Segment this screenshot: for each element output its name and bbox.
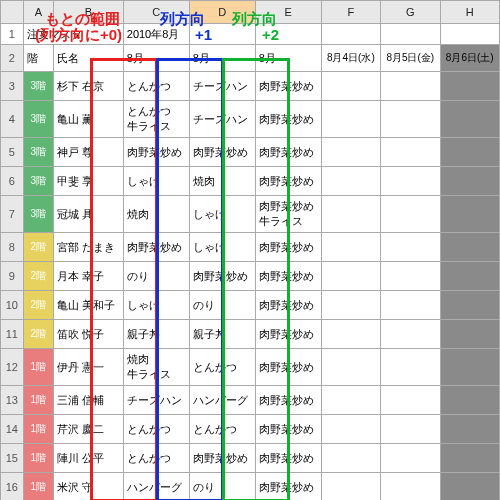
cell-food[interactable]: チーズハン [189, 72, 255, 101]
cell-dark[interactable] [440, 386, 500, 415]
cell[interactable] [321, 291, 380, 320]
row-header[interactable]: 1 [1, 24, 24, 45]
cell-dark[interactable] [440, 24, 500, 45]
cell-dark[interactable] [440, 320, 500, 349]
cell[interactable] [255, 24, 321, 45]
cell-food[interactable]: 肉野菜炒め [255, 167, 321, 196]
col-D[interactable]: D [189, 1, 255, 24]
cell-food[interactable]: チーズハン [123, 386, 189, 415]
row-header[interactable]: 6 [1, 167, 24, 196]
floor-badge[interactable]: 1階 [23, 444, 54, 473]
cell[interactable] [189, 24, 255, 45]
row-header[interactable]: 14 [1, 415, 24, 444]
cell[interactable] [381, 320, 440, 349]
row-header[interactable]: 10 [1, 291, 24, 320]
cell-food[interactable]: のり [189, 473, 255, 501]
col-F[interactable]: F [321, 1, 380, 24]
floor-badge[interactable]: 1階 [23, 415, 54, 444]
cell-food[interactable]: 肉野菜炒め [123, 138, 189, 167]
cell[interactable] [321, 386, 380, 415]
cell[interactable] [381, 473, 440, 501]
row-header[interactable]: 8 [1, 233, 24, 262]
cell-date[interactable]: 8月6日(土) [440, 45, 500, 72]
cell-food[interactable]: 焼肉 [123, 196, 189, 233]
floor-badge[interactable]: 2階 [23, 320, 54, 349]
cell-food[interactable]: しゃけ [189, 196, 255, 233]
corner-cell[interactable] [1, 1, 24, 24]
cell-food[interactable]: 肉野菜炒め [189, 444, 255, 473]
table-row[interactable]: 92階月本 幸子のり肉野菜炒め肉野菜炒め [1, 262, 500, 291]
table-row[interactable]: 131階三浦 信輔チーズハンハンバーグ肉野菜炒め [1, 386, 500, 415]
table-row[interactable]: 141階芹沢 慶二とんかつとんかつ肉野菜炒め [1, 415, 500, 444]
cell-food[interactable]: ハンバーグ [123, 473, 189, 501]
cell-food[interactable]: 肉野菜炒め [189, 138, 255, 167]
cell[interactable] [381, 138, 440, 167]
cell[interactable] [381, 233, 440, 262]
col-G[interactable]: G [381, 1, 440, 24]
row-header[interactable]: 2 [1, 45, 24, 72]
cell[interactable] [321, 138, 380, 167]
cell[interactable]: 8月 [255, 45, 321, 72]
cell-food[interactable]: 肉野菜炒め [255, 386, 321, 415]
cell-name[interactable]: 伊丹 憲一 [54, 349, 124, 386]
cell-dark[interactable] [440, 101, 500, 138]
cell-food[interactable]: 肉野菜炒め [255, 138, 321, 167]
floor-badge[interactable]: 2階 [23, 233, 54, 262]
cell[interactable] [381, 72, 440, 101]
row-header[interactable]: 3 [1, 72, 24, 101]
cell-food[interactable]: 肉野菜炒め [189, 262, 255, 291]
row-header[interactable]: 7 [1, 196, 24, 233]
cell[interactable] [381, 24, 440, 45]
cell-food[interactable]: チーズハン [189, 101, 255, 138]
cell-name[interactable]: 神戸 尊 [54, 138, 124, 167]
table-row[interactable]: 112階笛吹 悦子親子丼親子丼肉野菜炒め [1, 320, 500, 349]
cell-food[interactable]: 親子丼 [189, 320, 255, 349]
cell-food[interactable]: しゃけ [189, 233, 255, 262]
cell[interactable] [381, 101, 440, 138]
cell-date[interactable]: 8月4日(水) [321, 45, 380, 72]
cell[interactable] [321, 320, 380, 349]
cell[interactable] [321, 167, 380, 196]
cell[interactable]: 8月 [189, 45, 255, 72]
cell-food[interactable]: しゃけ [123, 167, 189, 196]
col-C[interactable]: C [123, 1, 189, 24]
floor-badge[interactable]: 2階 [23, 262, 54, 291]
floor-badge[interactable]: 3階 [23, 167, 54, 196]
cell-name[interactable]: 亀山 美和子 [54, 291, 124, 320]
cell-name[interactable]: 芹沢 慶二 [54, 415, 124, 444]
cell-name[interactable]: 笛吹 悦子 [54, 320, 124, 349]
table-row[interactable]: 151階陣川 公平とんかつ肉野菜炒め肉野菜炒め [1, 444, 500, 473]
col-A[interactable]: A [23, 1, 54, 24]
cell-date[interactable]: 8月5日(金) [381, 45, 440, 72]
floor-badge[interactable]: 1階 [23, 349, 54, 386]
title-row[interactable]: 1 注文マスタ 2010年8月 [1, 24, 500, 45]
cell[interactable] [381, 415, 440, 444]
cell-name[interactable]: 甲斐 享 [54, 167, 124, 196]
floor-badge[interactable]: 3階 [23, 72, 54, 101]
cell[interactable] [321, 72, 380, 101]
cell-food[interactable]: ハンバーグ [189, 386, 255, 415]
cell[interactable] [321, 415, 380, 444]
cell[interactable] [381, 349, 440, 386]
cell-dark[interactable] [440, 415, 500, 444]
cell[interactable] [381, 196, 440, 233]
cell-name[interactable]: 宮部 たまき [54, 233, 124, 262]
cell[interactable] [381, 262, 440, 291]
cell-food[interactable]: 肉野菜炒め [255, 72, 321, 101]
cell-name[interactable]: 陣川 公平 [54, 444, 124, 473]
cell-food[interactable]: 肉野菜炒め [255, 473, 321, 501]
cell-food[interactable]: のり [189, 291, 255, 320]
row-header[interactable]: 9 [1, 262, 24, 291]
table-row[interactable]: 73階冠城 具焼肉しゃけ肉野菜炒め牛ライス [1, 196, 500, 233]
cell-name[interactable]: 米沢 守 [54, 473, 124, 501]
cell-name[interactable]: 三浦 信輔 [54, 386, 124, 415]
row-header[interactable]: 16 [1, 473, 24, 501]
cell-food[interactable]: とんかつ [189, 349, 255, 386]
cell-food[interactable]: とんかつ [123, 415, 189, 444]
cell-food[interactable]: 肉野菜炒め [255, 444, 321, 473]
row-header[interactable]: 4 [1, 101, 24, 138]
cell[interactable] [381, 291, 440, 320]
cell-food[interactable]: 肉野菜炒め牛ライス [255, 196, 321, 233]
cell-food[interactable]: 肉野菜炒め [255, 291, 321, 320]
table-row[interactable]: 82階宮部 たまき肉野菜炒めしゃけ肉野菜炒め [1, 233, 500, 262]
